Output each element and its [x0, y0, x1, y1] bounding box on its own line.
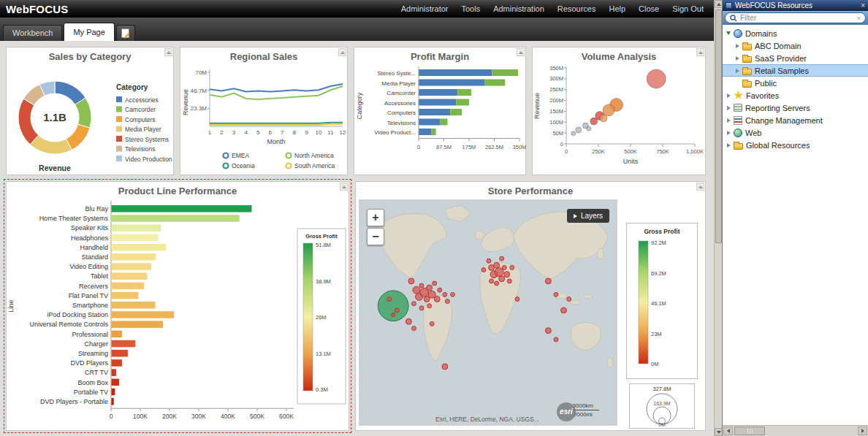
- bar-universal-remote-controls[interactable]: [112, 321, 163, 328]
- stacked-bar-accessories[interactable]: [456, 99, 469, 106]
- menu-item-administration[interactable]: Administration: [493, 4, 544, 13]
- tab-workbench[interactable]: Workbench: [3, 25, 62, 41]
- store-bubble[interactable]: [487, 259, 491, 263]
- store-bubble[interactable]: [411, 326, 416, 331]
- stacked-bar-camcorder[interactable]: [419, 89, 457, 96]
- expand-icon[interactable]: [734, 56, 741, 61]
- panel-scroll-up-icon[interactable]: [338, 48, 346, 56]
- bar-crt-tv[interactable]: [112, 369, 116, 376]
- menu-item-close[interactable]: Close: [639, 4, 659, 13]
- menu-item-sign-out[interactable]: Sign Out: [672, 4, 704, 13]
- store-bubble[interactable]: [408, 278, 414, 284]
- expand-icon[interactable]: [734, 69, 741, 73]
- menu-item-resources[interactable]: Resources: [557, 4, 596, 13]
- panel-scroll-up-icon[interactable]: [517, 48, 525, 56]
- tab-my-page[interactable]: My Page: [64, 23, 114, 41]
- scatter-bubble[interactable]: [576, 127, 582, 133]
- expand-icon[interactable]: [725, 106, 732, 110]
- bar-ipod-docking-station[interactable]: [112, 311, 175, 318]
- scroll-left-button[interactable]: [723, 427, 733, 435]
- stacked-bar-media-player[interactable]: [419, 80, 485, 86]
- scatter-bubble[interactable]: [600, 115, 607, 122]
- filter-clear-icon[interactable]: ×: [857, 15, 861, 22]
- expand-icon[interactable]: [725, 131, 732, 135]
- store-bubble[interactable]: [392, 313, 395, 317]
- scatter-bubble[interactable]: [571, 131, 576, 136]
- bar-professional[interactable]: [112, 331, 122, 338]
- store-bubble[interactable]: [561, 307, 567, 313]
- bar-speaker-kits[interactable]: [112, 224, 161, 232]
- store-bubble[interactable]: [545, 278, 551, 284]
- store-bubble[interactable]: [433, 281, 437, 286]
- stacked-bar-video-product[interactable]: [419, 129, 432, 135]
- line-series-oceania[interactable]: [210, 123, 343, 123]
- store-bubble[interactable]: [500, 256, 504, 261]
- store-bubble[interactable]: [554, 292, 558, 297]
- panel-scroll-up-icon[interactable]: [696, 48, 704, 56]
- bar-streaming[interactable]: [112, 350, 128, 357]
- bar-headphones[interactable]: [112, 234, 159, 242]
- store-bubble[interactable]: [554, 337, 558, 342]
- panel-scroll-up-icon[interactable]: [340, 183, 348, 191]
- expand-icon[interactable]: [725, 118, 732, 123]
- tree-item-favorites[interactable]: Favorites: [723, 89, 868, 102]
- store-bubble[interactable]: [387, 297, 392, 302]
- tree-item-public[interactable]: Public: [723, 77, 868, 89]
- bar-home-theater-systems[interactable]: [112, 215, 240, 222]
- store-bubble[interactable]: [406, 318, 411, 324]
- stacked-bar-stereo-syste[interactable]: [492, 69, 519, 76]
- scatter-bubble[interactable]: [590, 118, 598, 125]
- store-bubble[interactable]: [490, 279, 494, 283]
- stacked-bar-stereo-syste[interactable]: [419, 69, 492, 76]
- panel-scroll-up-icon[interactable]: [696, 183, 704, 191]
- store-bubble[interactable]: [494, 262, 500, 268]
- store-bubble[interactable]: [419, 283, 424, 288]
- profit-margin-chart[interactable]: Stereo Syste...Media PlayerCamcorderAcce…: [354, 62, 525, 175]
- stacked-bar-camcorder[interactable]: [457, 89, 471, 96]
- stacked-bar-video-product[interactable]: [432, 129, 436, 135]
- store-bubble[interactable]: [495, 268, 503, 277]
- bar-video-editing[interactable]: [112, 263, 151, 270]
- tree-item-retail-samples[interactable]: Retail Samples: [723, 64, 868, 77]
- scroll-right-button[interactable]: [858, 427, 867, 435]
- tree-item-abc-domain[interactable]: ABC Domain: [723, 39, 868, 52]
- product-line-performance-chart[interactable]: 0100K200K300K400K500K600KBlu RayHome The…: [7, 196, 349, 430]
- expand-icon[interactable]: [725, 143, 732, 148]
- store-bubble[interactable]: [451, 292, 455, 297]
- line-series-south-america[interactable]: [210, 124, 343, 125]
- bar-boom-box[interactable]: [112, 379, 119, 386]
- collapse-icon[interactable]: [725, 31, 732, 35]
- store-bubble[interactable]: [510, 265, 514, 269]
- edit-page-tab[interactable]: [116, 25, 135, 41]
- main-vertical-scrollbar[interactable]: [714, 0, 722, 436]
- store-bubble[interactable]: [427, 285, 433, 291]
- store-bubble[interactable]: [481, 267, 486, 272]
- scatter-bubble[interactable]: [647, 69, 666, 88]
- sales-by-category-chart[interactable]: 1.1BRevenueCategoryAccessoriesCamcorderC…: [7, 62, 173, 175]
- zoom-in-button[interactable]: +: [367, 209, 384, 226]
- bar-blu-ray[interactable]: [112, 205, 252, 213]
- store-bubble[interactable]: [438, 288, 442, 292]
- store-bubble[interactable]: [395, 308, 399, 313]
- store-bubble[interactable]: [434, 297, 440, 302]
- bar-handheld[interactable]: [112, 244, 166, 251]
- bar-dvd-players[interactable]: [112, 359, 122, 367]
- store-bubble[interactable]: [502, 265, 506, 269]
- store-bubble[interactable]: [515, 297, 519, 302]
- hscrollbar-thumb[interactable]: [734, 427, 765, 435]
- bar-standard[interactable]: [112, 253, 156, 261]
- bar-charger[interactable]: [112, 340, 136, 348]
- store-bubble[interactable]: [545, 328, 551, 334]
- bar-tablet[interactable]: [112, 272, 148, 280]
- scatter-bubble[interactable]: [603, 104, 614, 116]
- scrollbar-thumb[interactable]: [715, 9, 722, 243]
- expand-icon[interactable]: [734, 44, 741, 48]
- stacked-bar-accessories[interactable]: [419, 99, 456, 106]
- tree-item-web[interactable]: Web: [723, 126, 868, 139]
- menu-item-tools[interactable]: Tools: [461, 4, 480, 13]
- store-bubble[interactable]: [411, 302, 416, 306]
- stacked-bar-televisions[interactable]: [441, 119, 448, 126]
- bar-receivers[interactable]: [112, 283, 145, 290]
- tree-item-change-management[interactable]: Change Management: [723, 114, 868, 126]
- store-bubble[interactable]: [443, 292, 447, 297]
